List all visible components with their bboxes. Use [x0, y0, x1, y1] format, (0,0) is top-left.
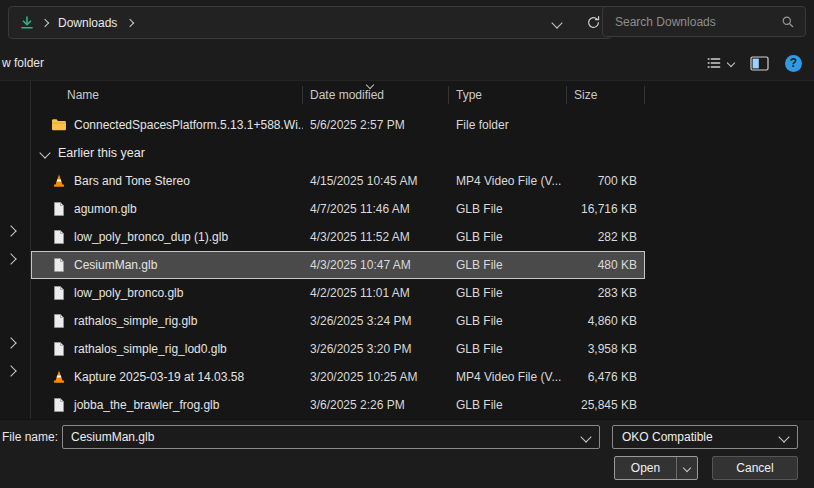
file-name-input[interactable]: [63, 430, 582, 444]
file-icon: [51, 229, 67, 245]
file-row[interactable]: jobba_the_brawler_frog.glb 3/6/2025 2:26…: [31, 391, 645, 419]
file-name-combobox[interactable]: [62, 425, 600, 449]
breadcrumb-chevron-icon[interactable]: [41, 18, 49, 26]
breadcrumb-location[interactable]: Downloads: [58, 16, 117, 30]
column-header-size[interactable]: Size: [567, 86, 645, 104]
address-bar[interactable]: Downloads: [8, 6, 612, 39]
vlc-cone-icon: [51, 369, 67, 385]
preview-pane-button[interactable]: [750, 56, 769, 71]
cancel-button[interactable]: Cancel: [712, 456, 798, 480]
file-row[interactable]: ConnectedSpacesPlatform.5.13.1+588.Wi...…: [31, 111, 645, 139]
help-button[interactable]: ?: [785, 55, 802, 72]
file-type-chevron-icon: [778, 431, 789, 442]
file-list: Name Date modified Type Size ConnectedSp…: [31, 81, 814, 420]
nav-pane-chevron-icon[interactable]: [5, 225, 16, 236]
open-button-label: Open: [615, 461, 676, 475]
file-icon: [51, 201, 67, 217]
help-question-label: ?: [790, 56, 797, 70]
new-folder-button-truncated[interactable]: w folder: [2, 56, 44, 70]
search-input[interactable]: [613, 14, 781, 30]
chevron-down-icon: [727, 59, 735, 67]
file-name-label: File name:: [2, 430, 58, 444]
file-row[interactable]: Kapture 2025-03-19 at 14.03.58 3/20/2025…: [31, 363, 645, 391]
file-name-dropdown-chevron-icon[interactable]: [580, 431, 591, 442]
chevron-down-icon: [683, 464, 691, 472]
file-icon: [51, 285, 67, 301]
navigation-pane-sliver: [0, 81, 30, 420]
nav-pane-chevron-icon[interactable]: [5, 337, 16, 348]
file-type-value: OKO Compatible: [622, 430, 713, 444]
cancel-button-label: Cancel: [736, 461, 773, 475]
vlc-cone-icon: [51, 173, 67, 189]
address-history-chevron-icon[interactable]: [551, 17, 562, 28]
file-row[interactable]: agumon.glb 4/7/2025 11:46 AM GLB File 16…: [31, 195, 645, 223]
file-row[interactable]: rathalos_simple_rig_lod0.glb 3/26/2025 3…: [31, 335, 645, 363]
column-header-date-modified[interactable]: Date modified: [303, 86, 449, 104]
file-icon: [51, 397, 67, 413]
toolbar-right-icons: ?: [706, 55, 814, 72]
nav-pane-chevron-icon[interactable]: [5, 365, 16, 376]
search-icon: [781, 15, 795, 29]
toolbar: w folder ?: [0, 46, 814, 80]
folder-icon: [51, 117, 67, 133]
group-collapse-chevron-icon[interactable]: [39, 147, 50, 158]
file-icon: [51, 257, 67, 273]
dialog-footer: File name: OKO Compatible Open Cancel: [0, 419, 814, 488]
downloads-folder-icon: [19, 15, 35, 31]
file-row[interactable]: low_poly_bronco.glb 4/2/2025 11:01 AM GL…: [31, 279, 645, 307]
file-list-area: Name Date modified Type Size ConnectedSp…: [0, 80, 814, 420]
file-icon: [51, 313, 67, 329]
file-row[interactable]: Bars and Tone Stereo 4/15/2025 10:45 AM …: [31, 167, 645, 195]
column-headers: Name Date modified Type Size: [31, 83, 645, 107]
file-type-select[interactable]: OKO Compatible: [612, 425, 798, 449]
nav-pane-chevron-icon[interactable]: [5, 253, 16, 264]
breadcrumb-chevron-icon[interactable]: [126, 18, 134, 26]
file-row-selected[interactable]: CesiumMan.glb 4/3/2025 10:47 AM GLB File…: [31, 251, 645, 279]
search-box[interactable]: [602, 6, 806, 37]
column-header-type[interactable]: Type: [449, 86, 567, 104]
file-icon: [51, 341, 67, 357]
open-button[interactable]: Open: [614, 456, 698, 480]
group-header-earlier-this-year[interactable]: Earlier this year: [31, 139, 814, 167]
group-label: Earlier this year: [58, 146, 145, 160]
file-row[interactable]: low_poly_bronco_dup (1).glb 4/3/2025 11:…: [31, 223, 645, 251]
open-dropdown-button[interactable]: [677, 465, 697, 471]
file-row[interactable]: rathalos_simple_rig.glb 3/26/2025 3:24 P…: [31, 307, 645, 335]
open-file-dialog: Downloads w folder: [0, 0, 814, 488]
list-view-icon: [706, 55, 722, 71]
refresh-icon[interactable]: [586, 15, 601, 30]
navigation-bar: Downloads: [0, 0, 814, 46]
column-header-name[interactable]: Name: [31, 86, 303, 104]
view-options-button[interactable]: [706, 55, 734, 71]
preview-pane-icon: [750, 56, 769, 71]
